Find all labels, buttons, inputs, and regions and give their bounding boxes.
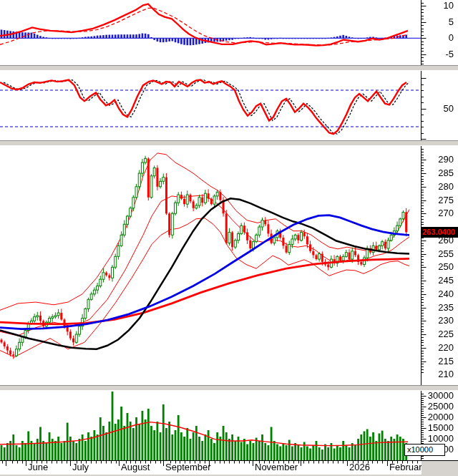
price-axis-label: 210 — [421, 369, 454, 379]
volume-axis-label: 25000 — [421, 402, 454, 412]
macd-axis-label: 0 — [421, 33, 454, 43]
volume-axis-label: 20000 — [421, 412, 454, 422]
price-axis-label: 280 — [421, 182, 454, 192]
volume-panel[interactable] — [0, 391, 421, 460]
price-axis-label: 275 — [421, 195, 454, 205]
macd-axis-label: 10 — [421, 1, 454, 11]
macd-panel[interactable] — [0, 0, 421, 65]
x-axis-label-2026: 2026 — [349, 462, 370, 472]
volume-multiplier-label: x10000 — [404, 444, 445, 456]
price-axis-label: 285 — [421, 168, 454, 178]
price-axis-label: 270 — [421, 208, 454, 218]
price-axis-label: 215 — [421, 356, 454, 366]
x-axis-label-september: September — [165, 462, 211, 472]
price-axis-label: 255 — [421, 249, 454, 259]
price-axis-label: 245 — [421, 276, 454, 286]
x-axis-label-november: November — [255, 462, 298, 472]
macd-axis-label: 5 — [421, 17, 454, 27]
stochastic-axis-label: 50 — [421, 104, 454, 114]
last-price-marker: 263.0400 — [421, 227, 458, 238]
panel-separator[interactable] — [0, 140, 458, 146]
x-axis-label-june: June — [28, 462, 48, 472]
price-axis-label: 240 — [421, 289, 454, 299]
x-axis-label-august: August — [121, 462, 150, 472]
x-axis-label-july: July — [72, 462, 89, 472]
price-panel[interactable] — [0, 146, 421, 385]
panel-separator[interactable] — [0, 65, 458, 71]
macd-axis-label: -5 — [421, 49, 454, 59]
price-axis-label: 220 — [421, 343, 454, 353]
panel-separator[interactable] — [0, 385, 458, 391]
price-axis-label: 230 — [421, 316, 454, 326]
stochastic-panel[interactable] — [0, 71, 421, 140]
volume-axis-label: 30000 — [421, 391, 454, 401]
volume-axis-label: 10000 — [421, 434, 454, 444]
price-axis-label: 290 — [421, 155, 454, 165]
price-axis-label: 225 — [421, 329, 454, 339]
price-axis-label: 250 — [421, 262, 454, 272]
price-axis-label: 235 — [421, 303, 454, 313]
volume-axis-label: 15000 — [421, 423, 454, 433]
corner-filler — [422, 461, 458, 476]
stock-chart-window: 1050-55029028528027527026025525024524023… — [0, 0, 458, 476]
